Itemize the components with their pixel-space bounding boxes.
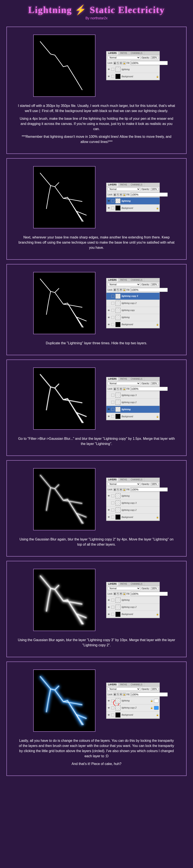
layer-row[interactable]: 👁 lightning <box>106 597 160 604</box>
layer-row[interactable]: 👁 Background 🔒 <box>106 611 160 618</box>
tab-channels[interactable]: CHANNELS <box>129 278 144 282</box>
layer-row[interactable]: lightning copy 3 <box>106 499 160 506</box>
lock-paint-button[interactable]: ✎ <box>117 693 119 696</box>
tab-paths[interactable]: PATHS <box>119 377 129 381</box>
tab-layers[interactable]: LAYERS <box>106 377 119 381</box>
lock-all-button[interactable]: 🔒 <box>123 193 126 196</box>
opacity-input[interactable] <box>151 56 158 59</box>
tab-channels[interactable]: CHANNELS <box>129 51 144 55</box>
visibility-toggle[interactable]: 👁 <box>107 199 110 203</box>
visibility-toggle[interactable]: 👁 <box>107 415 110 418</box>
layer-row[interactable]: lightning copy 3 <box>106 293 160 300</box>
link-box[interactable] <box>111 508 114 512</box>
link-box[interactable] <box>111 599 114 601</box>
lock-transparency-button[interactable]: ▦ <box>114 693 116 696</box>
link-box[interactable] <box>111 699 114 702</box>
layer-row[interactable]: 👁 Background 🔒 <box>106 712 160 719</box>
visibility-toggle[interactable]: 👁 <box>107 613 110 616</box>
opacity-input[interactable] <box>151 688 158 690</box>
visibility-toggle[interactable]: 👁 <box>107 323 110 326</box>
visibility-toggle[interactable]: 👁 <box>107 508 110 512</box>
lock-move-button[interactable]: ✥ <box>120 592 122 595</box>
tab-channels[interactable]: CHANNELS <box>129 683 144 686</box>
link-box[interactable] <box>111 408 114 411</box>
fill-input[interactable] <box>131 61 168 65</box>
layer-row[interactable]: 👁 lightning <box>106 66 160 73</box>
layer-row[interactable]: 👁 Background 🔒 <box>106 321 160 328</box>
visibility-toggle[interactable]: 👁 <box>107 75 110 78</box>
lock-all-button[interactable]: 🔒 <box>123 488 126 491</box>
tab-channels[interactable]: CHANNELS <box>129 582 144 586</box>
layer-row[interactable]: 👁 Background 🔒 <box>106 73 160 80</box>
opacity-input[interactable] <box>151 587 158 590</box>
link-box[interactable] <box>111 613 114 616</box>
lock-move-button[interactable]: ✥ <box>120 288 122 291</box>
lock-paint-button[interactable]: ✎ <box>117 288 119 291</box>
fill-input[interactable] <box>131 488 168 492</box>
lock-paint-button[interactable]: ✎ <box>117 388 119 391</box>
lock-move-button[interactable]: ✥ <box>120 62 122 65</box>
layer-row[interactable]: 👁 lightning 🔒 <box>106 698 160 705</box>
fill-input[interactable] <box>131 288 168 292</box>
tab-layers[interactable]: LAYERS <box>106 278 119 282</box>
lock-all-button[interactable]: 🔒 <box>123 62 126 65</box>
visibility-toggle[interactable]: 👁 <box>107 494 110 497</box>
lock-transparency-button[interactable]: ▦ <box>114 488 116 491</box>
link-box[interactable] <box>111 207 114 210</box>
link-box[interactable] <box>111 501 114 504</box>
lock-move-button[interactable]: ✥ <box>120 488 122 491</box>
visibility-toggle[interactable]: 👁 <box>107 309 110 312</box>
blend-mode-select[interactable]: Normal <box>108 56 140 59</box>
visibility-toggle[interactable]: 👁 <box>107 713 110 716</box>
lock-transparency-button[interactable]: ▦ <box>114 62 116 65</box>
layer-row[interactable]: 👁 lightning copy 2 <box>106 604 160 611</box>
opacity-input[interactable] <box>151 382 158 385</box>
tab-paths[interactable]: PATHS <box>119 278 129 282</box>
layer-row[interactable]: 👁 lightning <box>106 197 160 205</box>
lock-transparency-button[interactable]: ▦ <box>114 592 116 595</box>
tab-layers[interactable]: LAYERS <box>106 183 119 187</box>
visibility-toggle[interactable]: 👁 <box>107 408 110 411</box>
link-box[interactable] <box>111 494 114 497</box>
link-box[interactable] <box>111 394 114 397</box>
lock-paint-button[interactable]: ✎ <box>117 592 119 595</box>
link-box[interactable] <box>111 401 114 404</box>
link-box[interactable] <box>111 316 114 319</box>
layer-row[interactable]: 👁 Background 🔒 <box>106 514 160 521</box>
visibility-toggle[interactable]: 👁 <box>107 599 110 601</box>
visibility-toggle[interactable]: 👁 <box>107 316 110 319</box>
link-box[interactable] <box>111 415 114 418</box>
lock-all-button[interactable]: 🔒 <box>123 592 126 595</box>
tab-layers[interactable]: LAYERS <box>106 51 119 55</box>
layer-row[interactable]: 👁 lightning <box>106 492 160 499</box>
tab-paths[interactable]: PATHS <box>119 683 129 686</box>
lock-paint-button[interactable]: ✎ <box>117 488 119 491</box>
layer-row[interactable]: lightning copy 2 <box>106 399 160 406</box>
visibility-toggle[interactable]: 👁 <box>107 68 110 71</box>
blend-mode-select[interactable]: Normal <box>108 687 140 691</box>
layer-row[interactable]: 👁 lightning copy 2 🔒 <box>106 705 160 712</box>
lock-paint-button[interactable]: ✎ <box>117 193 119 196</box>
link-box[interactable] <box>111 68 114 71</box>
lock-move-button[interactable]: ✥ <box>120 193 122 196</box>
layer-row[interactable]: 👁 Background 🔒 <box>106 413 160 420</box>
tab-paths[interactable]: PATHS <box>119 582 129 586</box>
lock-all-button[interactable]: 🔒 <box>123 693 126 696</box>
link-box[interactable] <box>111 199 114 203</box>
layer-row[interactable]: 👁 lightning <box>106 314 160 321</box>
lock-paint-button[interactable]: ✎ <box>117 62 119 65</box>
link-box[interactable] <box>111 516 114 519</box>
lock-all-button[interactable]: 🔒 <box>123 288 126 291</box>
lock-move-button[interactable]: ✥ <box>120 693 122 696</box>
tab-channels[interactable]: CHANNELS <box>129 183 144 187</box>
link-box[interactable] <box>111 309 114 312</box>
layer-row[interactable]: 👁 Background 🔒 <box>106 205 160 212</box>
link-box[interactable] <box>111 606 114 609</box>
blend-mode-select[interactable]: Normal <box>108 483 140 486</box>
link-box[interactable] <box>111 323 114 326</box>
fill-input[interactable] <box>131 692 168 696</box>
layer-row[interactable]: 👁 lightning copy 2 <box>106 506 160 514</box>
visibility-toggle[interactable]: 👁 <box>107 699 110 702</box>
lock-all-button[interactable]: 🔒 <box>123 388 126 391</box>
fill-input[interactable] <box>131 592 168 596</box>
